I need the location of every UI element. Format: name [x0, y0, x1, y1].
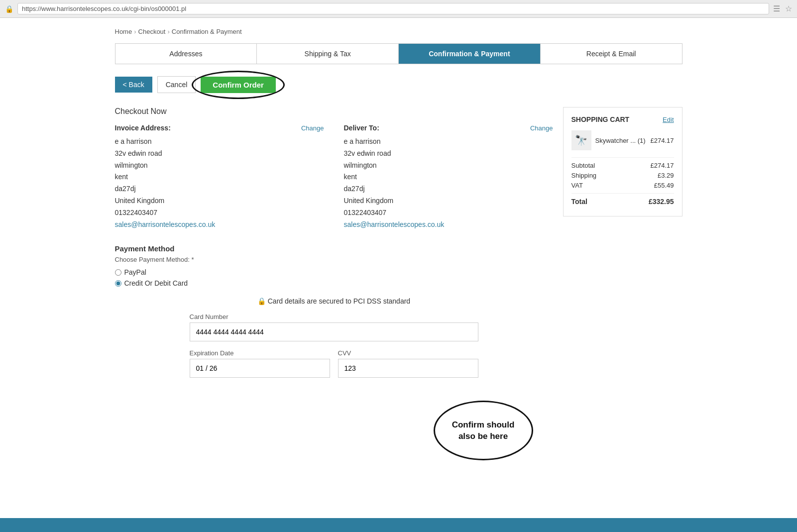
cart-header: SHOPPING CART Edit — [571, 115, 674, 123]
cart-total-row: Total £332.95 — [571, 198, 674, 206]
security-badge: 🔒 Card details are secured to PCI DSS st… — [115, 297, 553, 305]
cancel-button[interactable]: Cancel — [157, 76, 196, 93]
paypal-label: PayPal — [124, 268, 146, 276]
breadcrumb-sep-1: › — [134, 28, 136, 35]
expiry-group: Expiration Date — [190, 349, 330, 378]
card-details-row: Expiration Date CVV — [190, 349, 478, 386]
deliver-line-6: United Kingdom — [344, 195, 553, 207]
left-content: Checkout Now Invoice Address: Change e a… — [115, 107, 553, 460]
invoice-email: sales@harrisontelescopes.co.uk — [115, 219, 324, 231]
vat-label: VAT — [571, 182, 583, 189]
payment-subtitle: Choose Payment Method: * — [115, 256, 553, 263]
cart-vat-row: VAT £55.49 — [571, 182, 674, 189]
callout-text: Confirm should also be here — [449, 419, 518, 443]
invoice-address-lines: e a harrison 32v edwin road wilmington k… — [115, 136, 324, 230]
breadcrumb-current: Confirmation & Payment — [172, 28, 242, 35]
deliver-change-link[interactable]: Change — [530, 124, 553, 132]
lock-icon: 🔒 — [257, 297, 266, 305]
deliver-address-block: Deliver To: Change e a harrison 32v edwi… — [344, 124, 553, 230]
invoice-header: Invoice Address: Change — [115, 124, 324, 132]
invoice-address-block: Invoice Address: Change e a harrison 32v… — [115, 124, 324, 230]
subtotal-label: Subtotal — [571, 162, 595, 169]
card-number-input[interactable] — [190, 322, 478, 341]
confirm-order-button[interactable]: Confirm Order — [201, 77, 276, 93]
expiry-input[interactable] — [190, 359, 330, 378]
cart-item: 🔭 Skywatcher ... (1) £274.17 — [571, 130, 674, 150]
expiry-label: Expiration Date — [190, 349, 330, 357]
back-button[interactable]: < Back — [115, 77, 152, 93]
deliver-line-2: 32v edwin road — [344, 148, 553, 160]
checkout-tabs: Addresses Shipping & Tax Confirmation & … — [115, 43, 683, 64]
total-value: £332.95 — [649, 198, 674, 206]
url-bar[interactable]: https://www.harrisontelescopes.co.uk/cgi… — [17, 3, 769, 14]
paypal-radio[interactable] — [115, 269, 121, 276]
invoice-change-link[interactable]: Change — [301, 124, 324, 132]
breadcrumb-sep-2: › — [167, 28, 169, 35]
right-sidebar: SHOPPING CART Edit 🔭 Skywatcher ... (1) … — [563, 107, 683, 460]
card-label: Credit Or Debit Card — [124, 279, 188, 287]
deliver-line-3: wilmington — [344, 160, 553, 172]
total-label: Total — [571, 198, 587, 206]
page: Home › Checkout › Confirmation & Payment… — [0, 18, 797, 532]
browser-chrome: 🔒 https://www.harrisontelescopes.co.uk/c… — [0, 0, 797, 18]
cart-divider — [571, 157, 674, 158]
deliver-line-1: e a harrison — [344, 136, 553, 148]
invoice-line-6: United Kingdom — [115, 195, 324, 207]
shipping-value: £3.29 — [658, 172, 674, 179]
breadcrumb-checkout[interactable]: Checkout — [138, 28, 166, 35]
star-icon[interactable]: ☆ — [785, 4, 792, 13]
card-option[interactable]: Credit Or Debit Card — [115, 279, 553, 287]
confirm-circle-highlight: Confirm Order — [201, 77, 276, 93]
cart-divider-2 — [571, 193, 674, 194]
cvv-group: CVV — [338, 349, 478, 378]
breadcrumb: Home › Checkout › Confirmation & Payment — [115, 28, 683, 35]
tab-receipt[interactable]: Receipt & Email — [541, 44, 682, 64]
shopping-cart: SHOPPING CART Edit 🔭 Skywatcher ... (1) … — [563, 107, 683, 216]
invoice-line-3: wilmington — [115, 160, 324, 172]
cart-item-price: £274.17 — [651, 137, 674, 144]
main-layout: Checkout Now Invoice Address: Change e a… — [115, 107, 683, 460]
deliver-label: Deliver To: — [344, 124, 379, 132]
shipping-label: Shipping — [571, 172, 597, 179]
tab-shipping[interactable]: Shipping & Tax — [257, 44, 399, 64]
invoice-line-1: e a harrison — [115, 136, 324, 148]
url-text: https://www.harrisontelescopes.co.uk/cgi… — [22, 5, 186, 12]
callout-area: Confirm should also be here — [115, 401, 553, 460]
tab-confirmation[interactable]: Confirmation & Payment — [399, 44, 541, 64]
security-icon: 🔒 — [5, 5, 13, 13]
subtotal-value: £274.17 — [651, 162, 674, 169]
deliver-address-lines: e a harrison 32v edwin road wilmington k… — [344, 136, 553, 230]
tab-addresses[interactable]: Addresses — [115, 44, 257, 64]
deliver-line-7: 01322403407 — [344, 207, 553, 219]
payment-section: Payment Method Choose Payment Method: * … — [115, 244, 553, 287]
cart-title: SHOPPING CART — [571, 115, 630, 123]
breadcrumb-home[interactable]: Home — [115, 28, 132, 35]
invoice-line-4: kent — [115, 171, 324, 183]
cart-edit-link[interactable]: Edit — [663, 116, 674, 123]
action-buttons: < Back Cancel Confirm Order — [115, 76, 683, 93]
footer-bar — [0, 518, 797, 532]
cvv-label: CVV — [338, 349, 478, 357]
payment-title: Payment Method — [115, 244, 553, 253]
vat-value: £55.49 — [654, 182, 674, 189]
invoice-label: Invoice Address: — [115, 124, 171, 132]
invoice-line-7: 01322403407 — [115, 207, 324, 219]
cart-item-qty: (1) — [638, 137, 646, 144]
deliver-line-5: da27dj — [344, 183, 553, 195]
invoice-line-2: 32v edwin road — [115, 148, 324, 160]
cart-item-image: 🔭 — [571, 130, 591, 150]
bookmark-list-icon[interactable]: ☰ — [773, 4, 780, 13]
callout-bubble: Confirm should also be here — [434, 401, 533, 460]
cart-subtotal-row: Subtotal £274.17 — [571, 162, 674, 169]
deliver-line-4: kent — [344, 171, 553, 183]
addresses-grid: Invoice Address: Change e a harrison 32v… — [115, 124, 553, 230]
card-form: Card Number Expiration Date CVV — [190, 313, 478, 386]
checkout-title: Checkout Now — [115, 107, 553, 116]
cvv-input[interactable] — [338, 359, 478, 378]
deliver-header: Deliver To: Change — [344, 124, 553, 132]
card-radio[interactable] — [115, 280, 121, 287]
cart-shipping-row: Shipping £3.29 — [571, 172, 674, 179]
card-number-label: Card Number — [190, 313, 478, 320]
paypal-option[interactable]: PayPal — [115, 268, 553, 276]
card-number-group: Card Number — [190, 313, 478, 341]
